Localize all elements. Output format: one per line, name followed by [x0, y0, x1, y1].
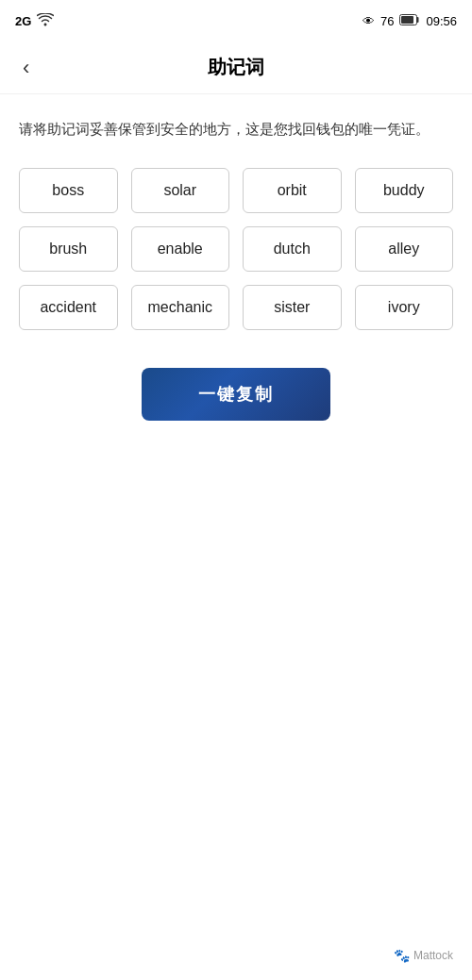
mnemonic-word-12: ivory	[355, 285, 454, 330]
watermark: 🐾 Mattock	[394, 948, 453, 963]
mnemonic-word-10: mechanic	[131, 285, 230, 330]
back-button[interactable]: ‹	[15, 52, 37, 84]
mnemonic-word-7: dutch	[243, 226, 342, 272]
wifi-icon	[37, 13, 54, 29]
page-title: 助记词	[208, 55, 264, 80]
status-right: 👁 76 09:56	[362, 14, 457, 28]
battery-icon	[399, 14, 420, 28]
description-text: 请将助记词妥善保管到安全的地方，这是您找回钱包的唯一凭证。	[19, 117, 453, 141]
mnemonic-word-2: solar	[131, 168, 230, 213]
main-content: 请将助记词妥善保管到安全的地方，这是您找回钱包的唯一凭证。 bosssolaro…	[0, 94, 472, 443]
battery-level: 76	[380, 14, 394, 28]
page-header: ‹ 助记词	[0, 42, 472, 94]
mnemonic-word-8: alley	[355, 226, 454, 272]
back-icon: ‹	[23, 56, 29, 80]
watermark-text: Mattock	[413, 949, 453, 962]
copy-button-container: 一键复制	[19, 368, 453, 421]
mnemonic-word-4: buddy	[355, 168, 454, 213]
status-bar: 2G 👁 76 09:56	[0, 0, 472, 42]
signal-text: 2G	[15, 14, 31, 28]
mnemonic-word-1: boss	[19, 168, 118, 213]
mnemonic-grid: bosssolarorbitbuddybrushenabledutchalley…	[19, 168, 453, 330]
svg-rect-1	[401, 16, 413, 24]
watermark-icon: 🐾	[394, 948, 410, 963]
mnemonic-word-6: enable	[131, 226, 230, 272]
copy-all-button[interactable]: 一键复制	[142, 368, 330, 421]
mnemonic-word-5: brush	[19, 226, 118, 272]
time-display: 09:56	[426, 14, 457, 28]
eye-icon: 👁	[362, 14, 375, 28]
status-left: 2G	[15, 13, 54, 29]
mnemonic-word-11: sister	[243, 285, 342, 330]
mnemonic-word-9: accident	[19, 285, 118, 330]
mnemonic-word-3: orbit	[243, 168, 342, 213]
